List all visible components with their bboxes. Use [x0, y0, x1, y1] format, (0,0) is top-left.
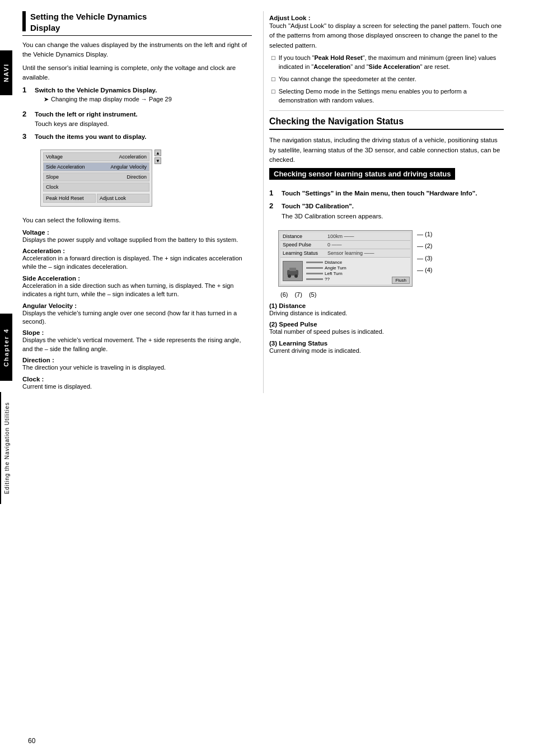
right-step-1-num: 1 [269, 189, 279, 197]
clock-label: Clock : [22, 376, 252, 382]
cal-row-distance: Distance 100km —— [280, 232, 410, 241]
sidebar-editing: Editing the Navigation Utilities [0, 392, 12, 504]
item-2-text: Total number of speed pulses is indicate… [269, 328, 504, 336]
editing-label: Editing the Navigation Utilities [4, 402, 10, 494]
checkbox-text-0: If you touch "Peak Hold Reset", the maxi… [279, 54, 504, 72]
checkbox-sym-0: □ [271, 54, 275, 61]
right-step-2-num: 2 [269, 202, 279, 210]
screen-row-4b: Adjust Look [97, 194, 149, 203]
cal-stat-row-1: Distance [306, 260, 346, 265]
sub-arrow: ➤ [44, 95, 49, 104]
calibration-diagram: Distance 100km —— Speed Pulse 0 —— Learn… [278, 226, 504, 298]
angular-label: Angular Velocity : [22, 302, 252, 309]
screen-row-0: VoltageAcceleration [43, 152, 149, 161]
callout-7: (7) [294, 291, 302, 298]
select-text: You can select the following items. [22, 216, 252, 225]
slope-label: Slope : [22, 329, 252, 336]
title-bar [22, 11, 26, 31]
acceleration-label: Acceleration : [22, 248, 252, 254]
right-step-2-bold: Touch "3D Calibration". [282, 203, 354, 209]
intro-text2: Until the sensor's initial learning is c… [22, 63, 252, 83]
calibration-screen: Distance 100km —— Speed Pulse 0 —— Learn… [278, 230, 413, 287]
step-2-detail: Touch keys are displayed. [35, 120, 109, 127]
chapter-label: Chapter 4 [3, 328, 10, 367]
checkbox-item-0: □ If you touch "Peak Hold Reset", the ma… [271, 54, 504, 72]
items-descriptions: (1) Distance Driving distance is indicat… [269, 302, 504, 355]
clock-text: Current time is displayed. [22, 382, 252, 391]
svg-point-2 [288, 274, 291, 278]
side-accel-label: Side Acceleration : [22, 275, 252, 282]
slope-text: Displays the vehicle's vertical movement… [22, 336, 252, 353]
callout-3: — (3) [417, 255, 433, 262]
sidebar-navi: NAVI [0, 50, 12, 95]
cal-stat-row-4: ?? [306, 277, 346, 282]
title-line1: Setting the Vehicle Dynamics [30, 12, 147, 21]
intro-text1: You can change the values displayed by t… [22, 40, 252, 60]
calibration-screen-wrapper: Distance 100km —— Speed Pulse 0 —— Learn… [278, 226, 413, 298]
cal-label-distance: Distance [283, 234, 327, 239]
cal-row-learning: Learning Status Sensor learning —— [280, 249, 410, 258]
step-1-num: 1 [22, 86, 32, 94]
right-step-2-detail: The 3D Calibration screen appears. [282, 213, 383, 220]
cal-image-row: Distance Angle Turn Left Turn [280, 258, 410, 284]
scroll-indicator: ▲ ▼ [154, 150, 161, 164]
angular-text: Displays the vehicle's turning angle ove… [22, 309, 252, 326]
flush-button[interactable]: Flush [392, 277, 410, 284]
nav-status-title: Checking the Navigation Status [269, 116, 504, 130]
adjust-look-section: Adjust Look : Touch "Adjust Look" to dis… [269, 15, 504, 105]
step-1-bold: Switch to the Vehicle Dynamics Display. [35, 87, 157, 94]
callout-labels: — (1) — (2) — (3) — (4) [417, 226, 433, 276]
direction-text: The direction your vehicle is traveling … [22, 363, 252, 372]
side-accel-text: Acceleration in a side direction such as… [22, 282, 252, 299]
cal-stats: Distance Angle Turn Left Turn [306, 260, 346, 282]
checkbox-sym-1: □ [271, 76, 275, 82]
right-step-1-bold: Touch "Settings" in the Main menu, then … [282, 190, 477, 197]
callout-4: — (4) [417, 267, 433, 273]
svg-point-3 [294, 274, 298, 278]
right-column: Adjust Look : Touch "Adjust Look" to dis… [263, 11, 504, 393]
cal-row-speed: Speed Pulse 0 —— [280, 241, 410, 249]
checkbox-item-1: □ You cannot change the speedometer at t… [271, 75, 504, 84]
nav-status-intro: The navigation status, including the dri… [269, 136, 504, 165]
item-1-text: Driving distance is indicated. [269, 309, 504, 318]
cal-car-area [283, 260, 303, 282]
voltage-text: Displays the power supply and voltage su… [22, 236, 252, 244]
step-3-num: 3 [22, 132, 32, 141]
screen-mockup: VoltageAcceleration Side AccelerationAng… [40, 150, 152, 207]
screen-row-1: Side AccelerationAngular Velocity [43, 162, 149, 171]
step-2: 2 Touch the left or right instrument. To… [22, 110, 252, 129]
item-2-label: (2) Speed Pulse [269, 321, 504, 328]
cal-stat-row-2: Angle Turn [306, 265, 346, 270]
checkbox-text-2: Selecting Demo mode in the Settings menu… [279, 87, 504, 105]
step-1-sub: ➤ Changing the map display mode → Page 2… [44, 95, 252, 104]
item-1-label: (1) Distance [269, 302, 504, 309]
cal-value-distance: 100km —— [327, 234, 408, 239]
cal-label-speed: Speed Pulse [283, 242, 327, 248]
svg-rect-1 [289, 268, 296, 271]
screen-row-4a: Peak Hold Reset [43, 194, 96, 203]
section-title-block: Setting the Vehicle Dynamics Display [22, 11, 252, 36]
screen-row-2: SlopeDirection [43, 172, 149, 181]
checkbox-sym-2: □ [271, 88, 275, 95]
section-divider [269, 110, 504, 111]
item-3-text: Current driving mode is indicated. [269, 347, 504, 355]
right-step-1-content: Touch "Settings" in the Main menu, then … [282, 189, 504, 198]
navi-label: NAVI [3, 63, 10, 82]
adjust-look-intro: Touch "Adjust Look" to display a screen … [269, 21, 504, 50]
title-line2: Display [30, 23, 60, 32]
step-3-content: Touch the items you want to display. [35, 132, 252, 142]
sub-section-title: Checking sensor learning status and driv… [269, 168, 455, 180]
right-step-1: 1 Touch "Settings" in the Main menu, the… [269, 189, 504, 198]
direction-label: Direction : [22, 357, 252, 363]
cal-stat-row-3: Left Turn [306, 271, 346, 276]
main-content: Setting the Vehicle Dynamics Display You… [17, 0, 534, 404]
item-3-label: (3) Learning Status [269, 340, 504, 347]
step-1-content: Switch to the Vehicle Dynamics Display. … [35, 86, 252, 106]
page-number: 60 [28, 737, 35, 745]
cal-value-learning: Sensor learning —— [327, 250, 408, 256]
step-1: 1 Switch to the Vehicle Dynamics Display… [22, 86, 252, 106]
step-3: 3 Touch the items you want to display. [22, 132, 252, 142]
checkbox-text-1: You cannot change the speedometer at the… [279, 75, 416, 84]
sidebar-chapter: Chapter 4 [0, 314, 12, 381]
checkbox-item-2: □ Selecting Demo mode in the Settings me… [271, 87, 504, 105]
